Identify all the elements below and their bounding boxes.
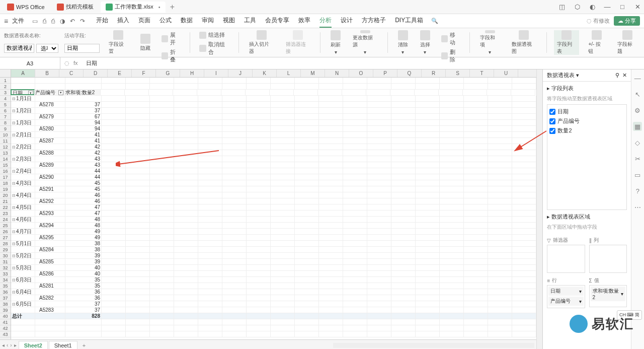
- cell[interactable]: [271, 96, 295, 102]
- menu-tab-开始[interactable]: 开始: [96, 14, 108, 28]
- backup-tool-icon[interactable]: ▭: [633, 170, 642, 179]
- cell[interactable]: [295, 319, 319, 325]
- cell[interactable]: [464, 271, 488, 277]
- cell[interactable]: [488, 241, 512, 247]
- cell[interactable]: [271, 271, 295, 277]
- cell[interactable]: ⊟1月3日: [11, 120, 35, 126]
- row-header-20[interactable]: 20: [0, 192, 11, 198]
- cell[interactable]: [367, 78, 391, 84]
- cell[interactable]: [295, 198, 319, 204]
- cell[interactable]: 39: [65, 259, 102, 265]
- cell[interactable]: [319, 150, 343, 156]
- cell[interactable]: [464, 126, 488, 132]
- cell[interactable]: ⊟5月1日: [11, 241, 35, 247]
- cell[interactable]: [367, 289, 391, 295]
- cell[interactable]: [247, 84, 271, 90]
- cell[interactable]: A5279: [35, 114, 65, 120]
- cell[interactable]: [416, 247, 440, 253]
- cell[interactable]: [464, 156, 488, 162]
- cell[interactable]: [343, 211, 367, 217]
- cell[interactable]: [488, 192, 512, 198]
- cell[interactable]: [198, 144, 222, 150]
- cell[interactable]: [319, 283, 343, 289]
- cell[interactable]: [295, 162, 319, 168]
- cell[interactable]: [271, 241, 295, 247]
- cell[interactable]: [367, 241, 391, 247]
- col-header-S[interactable]: S: [446, 69, 470, 77]
- menu-tab-设计[interactable]: 设计: [341, 14, 353, 28]
- fields-items-button[interactable]: 字段和项 ▾: [477, 30, 503, 55]
- cell[interactable]: [174, 331, 198, 337]
- cell[interactable]: [295, 235, 319, 241]
- cell[interactable]: [295, 313, 319, 319]
- cell[interactable]: [488, 168, 512, 174]
- cell[interactable]: [416, 186, 440, 192]
- cell[interactable]: [319, 331, 343, 337]
- cell[interactable]: [271, 325, 295, 331]
- cell[interactable]: [367, 186, 391, 192]
- cell[interactable]: [319, 84, 343, 90]
- cell[interactable]: [295, 138, 319, 144]
- cell[interactable]: [222, 235, 247, 241]
- cell[interactable]: [174, 259, 198, 265]
- cell[interactable]: [222, 126, 247, 132]
- menu-tab-分析[interactable]: 分析: [319, 14, 332, 28]
- cell[interactable]: [11, 235, 35, 241]
- row-header-40[interactable]: 40: [0, 313, 11, 319]
- cell[interactable]: [295, 289, 319, 295]
- cell[interactable]: [35, 301, 65, 307]
- cell[interactable]: [295, 211, 319, 217]
- cell[interactable]: [102, 150, 126, 156]
- row-header-43[interactable]: 43: [0, 331, 11, 337]
- cell[interactable]: [343, 78, 367, 84]
- cell[interactable]: [222, 102, 247, 108]
- cell[interactable]: [440, 229, 464, 235]
- cell[interactable]: [488, 265, 512, 271]
- cell[interactable]: [416, 235, 440, 241]
- cell[interactable]: [367, 217, 391, 223]
- cell[interactable]: [150, 277, 174, 283]
- cell[interactable]: [247, 223, 271, 229]
- row-header-14[interactable]: 14: [0, 156, 11, 162]
- cell[interactable]: [198, 325, 222, 331]
- cell[interactable]: [126, 144, 150, 150]
- cell[interactable]: [222, 301, 247, 307]
- cell[interactable]: [35, 168, 65, 174]
- preview-icon[interactable]: ◑: [60, 18, 65, 25]
- cell[interactable]: [488, 295, 512, 301]
- cell[interactable]: [150, 132, 174, 138]
- cell[interactable]: [319, 277, 343, 283]
- cell[interactable]: [35, 84, 65, 90]
- cell[interactable]: [464, 241, 488, 247]
- cell[interactable]: [416, 150, 440, 156]
- cell[interactable]: [391, 217, 416, 223]
- cell[interactable]: [295, 126, 319, 132]
- cell[interactable]: [102, 192, 126, 198]
- cell[interactable]: [416, 265, 440, 271]
- cell[interactable]: [222, 150, 247, 156]
- cell[interactable]: [271, 144, 295, 150]
- cell[interactable]: [101, 90, 125, 96]
- cell[interactable]: [464, 211, 488, 217]
- cell[interactable]: [247, 265, 271, 271]
- cell[interactable]: [488, 204, 512, 211]
- cell[interactable]: 41: [65, 138, 102, 144]
- cell[interactable]: [126, 126, 150, 132]
- cell[interactable]: [150, 126, 174, 132]
- cell[interactable]: 43: [65, 162, 102, 168]
- cell[interactable]: [198, 102, 222, 108]
- cell[interactable]: [198, 319, 222, 325]
- cell[interactable]: [343, 96, 367, 102]
- cell[interactable]: [150, 138, 174, 144]
- cell[interactable]: [440, 283, 464, 289]
- cell[interactable]: [271, 138, 295, 144]
- cell[interactable]: [390, 90, 415, 96]
- cell[interactable]: [35, 229, 65, 235]
- cell[interactable]: [464, 325, 488, 331]
- cell[interactable]: [416, 180, 440, 186]
- cell[interactable]: 44: [65, 168, 102, 174]
- cell[interactable]: 45: [65, 186, 102, 192]
- cell[interactable]: 45: [65, 180, 102, 186]
- cell[interactable]: [391, 108, 416, 114]
- cell[interactable]: [35, 331, 65, 337]
